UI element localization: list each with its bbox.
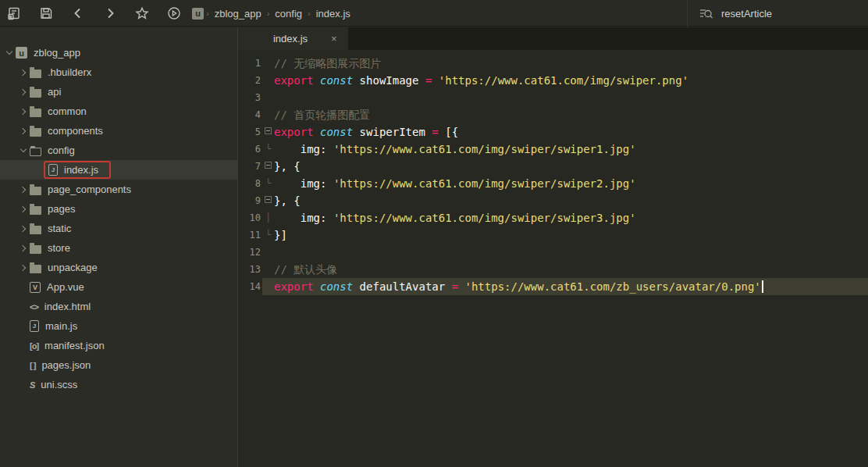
- tree-label: config: [48, 144, 75, 156]
- tree-label: store: [48, 242, 70, 254]
- tree-label: index.js: [64, 164, 98, 176]
- tree-row-unpackage[interactable]: unpackage: [0, 258, 237, 277]
- tree-label: index.html: [44, 301, 91, 312]
- tree-label: zblog_app: [34, 47, 80, 59]
- tree-row-config[interactable]: config: [0, 141, 237, 160]
- fold-guide-end: └: [262, 141, 274, 158]
- folder-icon: [30, 128, 41, 137]
- tree-row-uni-scss[interactable]: Suni.scss: [0, 375, 237, 394]
- code-text: }, {: [274, 192, 301, 209]
- tree-label: common: [48, 105, 87, 117]
- line-number: 2: [239, 72, 262, 89]
- tree-label: main.js: [45, 320, 77, 332]
- code-line-9[interactable]: 9}, {: [239, 192, 868, 209]
- code-editor[interactable]: 1// 无缩略图展示图片2export const showImage = 'h…: [239, 50, 868, 467]
- tree-row-app-vue[interactable]: VApp.vue: [0, 277, 237, 297]
- chevron-right-icon[interactable]: [20, 88, 26, 94]
- tree-row--hbuilderx[interactable]: .hbuilderx: [0, 62, 237, 82]
- code-line-7[interactable]: 7}, {: [239, 158, 868, 175]
- tree-label: api: [48, 86, 61, 98]
- tree-row-main-js[interactable]: Jmain.js: [0, 316, 237, 336]
- vue-file-icon: V: [30, 282, 41, 293]
- code-line-1[interactable]: 1// 无缩略图展示图片: [239, 55, 868, 72]
- code-line-11[interactable]: 11└}]: [239, 226, 868, 244]
- tree-row-api[interactable]: api: [0, 82, 237, 102]
- hbuilderx-window: u › zblog_app › config › index.js resetA…: [0, 0, 868, 467]
- chevron-right-icon[interactable]: [20, 225, 26, 231]
- tab-index-js[interactable]: index.js ×: [239, 27, 348, 50]
- folder-icon: [30, 109, 41, 117]
- js-file-icon: J: [30, 320, 39, 332]
- chevron-right-icon[interactable]: [20, 244, 26, 251]
- code-line-10[interactable]: 10│ img: 'https://www.cat61.com/img/swip…: [239, 209, 868, 226]
- tree-row-common[interactable]: common: [0, 102, 237, 121]
- line-number: 11: [239, 226, 262, 244]
- chevron-down-icon[interactable]: [20, 146, 27, 152]
- tree-row-index-js[interactable]: Jindex.js: [0, 160, 237, 180]
- tree-row-pages[interactable]: pages: [0, 199, 237, 219]
- code-line-8[interactable]: 8└ img: 'https://www.cat61.com/img/swipe…: [239, 175, 868, 192]
- toolbar-search[interactable]: resetArticle: [687, 0, 772, 27]
- breadcrumb-item-file[interactable]: index.js: [316, 8, 350, 20]
- folder-icon: [30, 89, 41, 98]
- breadcrumb-separator-icon: ›: [308, 9, 311, 18]
- code-line-4[interactable]: 4// 首页轮播图配置: [239, 106, 868, 123]
- line-number: 13: [239, 261, 262, 278]
- code-text: export const swiperItem = [{: [274, 123, 458, 141]
- line-number: 12: [239, 244, 262, 261]
- chevron-right-icon[interactable]: [20, 205, 26, 212]
- code-line-5[interactable]: 5export const swiperItem = [{: [239, 123, 868, 141]
- breadcrumb-item-project[interactable]: zblog_app: [215, 8, 261, 20]
- code-line-13[interactable]: 13// 默认头像: [239, 261, 868, 278]
- run-icon[interactable]: [166, 5, 182, 21]
- tree-row-zblog-app[interactable]: uzblog_app: [0, 43, 237, 62]
- tree-row-static[interactable]: static: [0, 219, 237, 238]
- code-line-6[interactable]: 6└ img: 'https://www.cat61.com/img/swipe…: [239, 141, 868, 158]
- tree-row-manifest-json[interactable]: [o]manifest.json: [0, 336, 237, 355]
- line-number: 1: [239, 55, 262, 72]
- uniapp-icon: u: [16, 47, 27, 59]
- chevron-right-icon[interactable]: [20, 108, 26, 114]
- chevron-right-icon[interactable]: [20, 127, 26, 134]
- filter-search-icon: [699, 6, 713, 21]
- project-explorer: uzblog_app.hbuilderxapicommoncomponentsc…: [0, 27, 238, 467]
- code-line-14[interactable]: 14export const defaultAvatar = 'https://…: [239, 278, 868, 295]
- line-number: 14: [239, 278, 262, 295]
- tab-label: index.js: [239, 33, 331, 45]
- folder-icon: [30, 265, 41, 273]
- breadcrumb: u › zblog_app › config › index.js: [192, 0, 354, 27]
- tree-row-store[interactable]: store: [0, 238, 237, 258]
- favorite-star-icon[interactable]: [134, 5, 150, 21]
- tree-row-components[interactable]: components: [0, 121, 237, 141]
- tree-row-pages-json[interactable]: [ ]pages.json: [0, 355, 237, 375]
- toolbar-icon-group: [6, 5, 198, 21]
- folder-icon: [30, 245, 41, 254]
- json-file-icon: [ ]: [30, 361, 35, 370]
- back-icon[interactable]: [70, 5, 86, 21]
- fold-collapse-icon: [265, 162, 272, 169]
- fold-collapse-icon: [265, 127, 272, 134]
- tree-label: unpackage: [48, 262, 98, 273]
- code-text: // 首页轮播图配置: [274, 106, 370, 123]
- js-file-icon: J: [48, 164, 58, 176]
- tree-row-page-components[interactable]: page_components: [0, 180, 237, 199]
- save-icon[interactable]: [38, 5, 54, 21]
- breadcrumb-item-folder[interactable]: config: [275, 8, 302, 20]
- new-file-icon[interactable]: [6, 5, 22, 21]
- tab-close-icon[interactable]: ×: [331, 33, 348, 45]
- forward-icon[interactable]: [102, 5, 118, 21]
- chevron-right-icon[interactable]: [20, 186, 26, 192]
- fold-guide-end: └: [262, 175, 274, 192]
- line-number: 10: [239, 209, 262, 226]
- fold-guide-bar: │: [262, 209, 274, 226]
- chevron-down-icon[interactable]: [6, 48, 12, 55]
- code-line-3[interactable]: 3: [239, 89, 868, 106]
- chevron-right-icon[interactable]: [20, 264, 26, 270]
- code-text: img: 'https://www.cat61.com/img/swiper/s…: [274, 175, 636, 192]
- tree-label: static: [48, 223, 71, 234]
- code-line-2[interactable]: 2export const showImage = 'https://www.c…: [239, 72, 868, 89]
- tree-label: manifest.json: [44, 340, 105, 351]
- tree-row-index-html[interactable]: <>index.html: [0, 297, 237, 316]
- chevron-right-icon[interactable]: [20, 69, 26, 75]
- code-line-12[interactable]: 12: [239, 244, 868, 261]
